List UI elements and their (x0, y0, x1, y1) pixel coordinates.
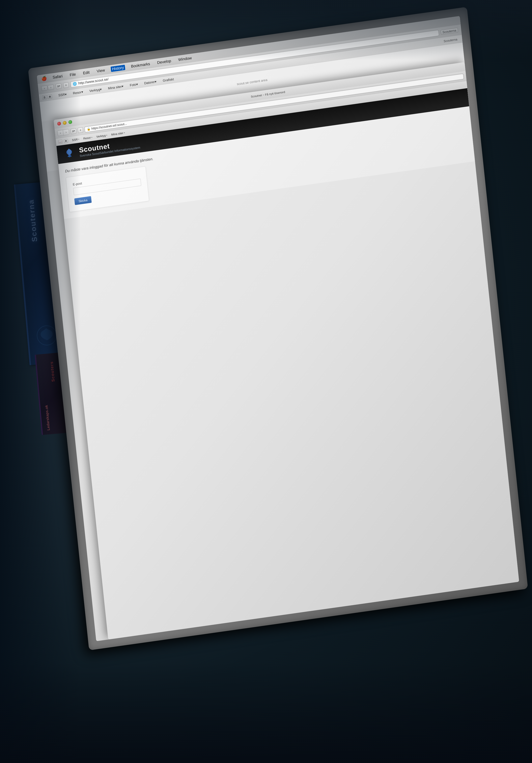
password-form: E-post Skicka (66, 166, 149, 212)
1password-button-back[interactable]: 1P (55, 83, 62, 89)
nav-buttons-front: ‹ › (57, 129, 69, 136)
address-text-back: http://www.scout.se/ (78, 77, 109, 85)
bm-front-minasiter[interactable]: Mina siter▾ (109, 130, 127, 137)
plus-button-front[interactable]: + (78, 127, 83, 133)
grid-button[interactable]: ⊞ (47, 94, 52, 99)
minimize-button[interactable] (63, 121, 67, 125)
bm-front-ssr[interactable]: SSR▾ (70, 137, 81, 142)
plus-button-back[interactable]: + (63, 82, 69, 88)
bm-resor[interactable]: Resor▾ (71, 89, 85, 96)
back-button-front[interactable]: ‹ (57, 130, 63, 136)
bm-front-verktyg[interactable]: Verktyg▾ (94, 133, 109, 139)
bm-grafiskt[interactable]: Grafiskt (161, 77, 176, 83)
scoutnet-logo (63, 147, 76, 160)
books-button[interactable]: 📖 (58, 140, 63, 144)
submit-button[interactable]: Skicka (74, 196, 92, 205)
menu-safari[interactable]: Safari (51, 73, 64, 80)
monitor-frame: 🍎 Safari File Edit View History Bookmark… (28, 7, 528, 650)
1password-button-front[interactable]: 1P (70, 128, 76, 134)
book-title-small: Scouters (48, 361, 56, 382)
address-text-front: https://scoutnet.ssf.scout... (91, 122, 127, 130)
bm-front-resor[interactable]: Resor▾ (81, 135, 94, 141)
apple-menu[interactable]: 🍎 (41, 75, 47, 82)
menu-history[interactable]: History (111, 65, 125, 72)
menu-file[interactable]: File (68, 71, 77, 78)
forward-button-front[interactable]: › (63, 129, 69, 135)
bm-datorer[interactable]: Datorer▾ (142, 79, 158, 86)
bm-verktyg[interactable]: Verktyg▾ (88, 87, 104, 93)
bm-ssr[interactable]: SSR▾ (56, 92, 68, 98)
menu-bookmarks[interactable]: Bookmarks (130, 61, 151, 69)
menu-window[interactable]: Window (177, 55, 193, 62)
book-title-blue: Scouterna (27, 199, 39, 242)
browser-front: Scoutnet ~ Få nytt lösenord ‹ › 1P + 🔒 h… (53, 62, 519, 639)
menu-view[interactable]: View (95, 67, 106, 74)
bm-foto[interactable]: Foto▾ (128, 82, 139, 88)
menu-develop[interactable]: Develop (156, 58, 173, 65)
secure-lock-icon: 🔒 (87, 127, 90, 131)
scout-badge[interactable]: Scouterna (441, 28, 458, 35)
globe-icon: 🌐 (72, 82, 77, 86)
maximize-button[interactable] (68, 120, 72, 124)
bm-minasiter[interactable]: Mina siter▾ (106, 84, 125, 91)
sidebar-button[interactable]: ☰ (42, 95, 47, 100)
close-button[interactable] (57, 122, 61, 126)
back-button-back[interactable]: ‹ (41, 85, 47, 91)
menu-edit[interactable]: Edit (82, 69, 91, 76)
forward-button-back[interactable]: › (47, 84, 54, 90)
monitor-screen: 🍎 Safari File Edit View History Bookmark… (37, 16, 519, 641)
grid-button-front[interactable]: ⊞ (64, 139, 68, 143)
